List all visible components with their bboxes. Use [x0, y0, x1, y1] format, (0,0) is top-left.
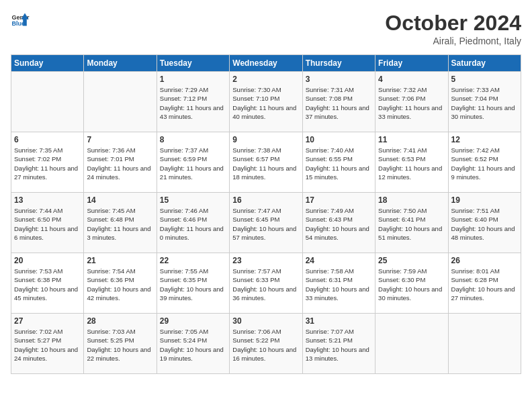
- calendar-cell: [375, 314, 448, 374]
- day-header-wednesday: Wednesday: [230, 55, 302, 72]
- day-number: 2: [232, 75, 299, 84]
- day-info: Sunrise: 7:57 AM Sunset: 6:33 PM Dayligh…: [232, 267, 299, 302]
- day-info: Sunrise: 7:37 AM Sunset: 6:59 PM Dayligh…: [160, 146, 226, 181]
- calendar-cell: 11Sunrise: 7:41 AM Sunset: 6:53 PM Dayli…: [375, 132, 448, 193]
- day-info: Sunrise: 7:35 AM Sunset: 7:02 PM Dayligh…: [14, 146, 81, 181]
- month-title: October 2024: [385, 11, 521, 36]
- calendar-cell: 22Sunrise: 7:55 AM Sunset: 6:35 PM Dayli…: [157, 253, 229, 314]
- logo-icon: General Blue: [11, 11, 30, 30]
- calendar-cell: 20Sunrise: 7:53 AM Sunset: 6:38 PM Dayli…: [11, 253, 84, 314]
- day-info: Sunrise: 7:29 AM Sunset: 7:12 PM Dayligh…: [160, 85, 226, 121]
- day-info: Sunrise: 7:44 AM Sunset: 6:50 PM Dayligh…: [14, 206, 81, 242]
- day-number: 31: [306, 316, 372, 326]
- day-number: 19: [451, 195, 518, 205]
- calendar-cell: 24Sunrise: 7:58 AM Sunset: 6:31 PM Dayli…: [302, 253, 375, 314]
- day-info: Sunrise: 7:05 AM Sunset: 5:24 PM Dayligh…: [160, 327, 226, 363]
- days-header-row: SundayMondayTuesdayWednesdayThursdayFrid…: [11, 55, 521, 72]
- day-info: Sunrise: 7:46 AM Sunset: 6:46 PM Dayligh…: [160, 206, 226, 242]
- day-number: 17: [306, 195, 372, 205]
- calendar-cell: 28Sunrise: 7:03 AM Sunset: 5:25 PM Dayli…: [84, 314, 157, 374]
- svg-text:Blue: Blue: [11, 20, 25, 27]
- day-number: 9: [232, 135, 299, 144]
- week-row-2: 6Sunrise: 7:35 AM Sunset: 7:02 PM Daylig…: [11, 132, 521, 193]
- day-info: Sunrise: 7:40 AM Sunset: 6:55 PM Dayligh…: [306, 146, 372, 181]
- day-number: 6: [14, 135, 81, 144]
- day-info: Sunrise: 8:01 AM Sunset: 6:28 PM Dayligh…: [451, 267, 518, 302]
- calendar-cell: 3Sunrise: 7:31 AM Sunset: 7:08 PM Daylig…: [302, 72, 375, 132]
- calendar-cell: 14Sunrise: 7:45 AM Sunset: 6:48 PM Dayli…: [84, 193, 157, 253]
- day-header-friday: Friday: [375, 55, 448, 72]
- calendar-cell: 4Sunrise: 7:32 AM Sunset: 7:06 PM Daylig…: [375, 72, 448, 132]
- day-number: 27: [14, 316, 81, 326]
- calendar-cell: 2Sunrise: 7:30 AM Sunset: 7:10 PM Daylig…: [230, 72, 302, 132]
- day-header-tuesday: Tuesday: [157, 55, 229, 72]
- calendar-cell: 9Sunrise: 7:38 AM Sunset: 6:57 PM Daylig…: [230, 132, 302, 193]
- day-number: 3: [306, 75, 372, 84]
- day-number: 20: [14, 256, 81, 265]
- day-number: 28: [87, 316, 153, 326]
- day-header-sunday: Sunday: [11, 55, 84, 72]
- day-info: Sunrise: 7:51 AM Sunset: 6:40 PM Dayligh…: [451, 206, 518, 242]
- week-row-5: 27Sunrise: 7:02 AM Sunset: 5:27 PM Dayli…: [11, 314, 521, 374]
- day-number: 26: [451, 256, 518, 265]
- day-number: 23: [232, 256, 299, 265]
- calendar-cell: 1Sunrise: 7:29 AM Sunset: 7:12 PM Daylig…: [157, 72, 229, 132]
- day-info: Sunrise: 7:06 AM Sunset: 5:22 PM Dayligh…: [232, 327, 299, 363]
- day-number: 22: [160, 256, 226, 265]
- day-info: Sunrise: 7:07 AM Sunset: 5:21 PM Dayligh…: [306, 327, 372, 363]
- day-info: Sunrise: 7:03 AM Sunset: 5:25 PM Dayligh…: [87, 327, 153, 363]
- day-info: Sunrise: 7:55 AM Sunset: 6:35 PM Dayligh…: [160, 267, 226, 302]
- day-info: Sunrise: 7:50 AM Sunset: 6:41 PM Dayligh…: [378, 206, 445, 242]
- day-number: 21: [87, 256, 153, 265]
- day-info: Sunrise: 7:49 AM Sunset: 6:43 PM Dayligh…: [306, 206, 372, 242]
- calendar-cell: 23Sunrise: 7:57 AM Sunset: 6:33 PM Dayli…: [230, 253, 302, 314]
- calendar-cell: 7Sunrise: 7:36 AM Sunset: 7:01 PM Daylig…: [84, 132, 157, 193]
- day-number: 4: [378, 75, 445, 84]
- calendar-cell: 16Sunrise: 7:47 AM Sunset: 6:45 PM Dayli…: [230, 193, 302, 253]
- day-info: Sunrise: 7:31 AM Sunset: 7:08 PM Dayligh…: [306, 85, 372, 121]
- day-number: 16: [232, 195, 299, 205]
- day-info: Sunrise: 7:47 AM Sunset: 6:45 PM Dayligh…: [232, 206, 299, 242]
- calendar-cell: 8Sunrise: 7:37 AM Sunset: 6:59 PM Daylig…: [157, 132, 229, 193]
- calendar-cell: 26Sunrise: 8:01 AM Sunset: 6:28 PM Dayli…: [448, 253, 521, 314]
- day-number: 10: [306, 135, 372, 144]
- calendar-cell: 17Sunrise: 7:49 AM Sunset: 6:43 PM Dayli…: [302, 193, 375, 253]
- calendar-cell: 12Sunrise: 7:42 AM Sunset: 6:52 PM Dayli…: [448, 132, 521, 193]
- calendar-cell: 13Sunrise: 7:44 AM Sunset: 6:50 PM Dayli…: [11, 193, 84, 253]
- location-subtitle: Airali, Piedmont, Italy: [385, 36, 521, 46]
- day-info: Sunrise: 7:02 AM Sunset: 5:27 PM Dayligh…: [14, 327, 81, 363]
- day-info: Sunrise: 7:32 AM Sunset: 7:06 PM Dayligh…: [378, 85, 445, 121]
- day-info: Sunrise: 7:59 AM Sunset: 6:30 PM Dayligh…: [378, 267, 445, 302]
- day-header-saturday: Saturday: [448, 55, 521, 72]
- calendar-cell: 30Sunrise: 7:06 AM Sunset: 5:22 PM Dayli…: [230, 314, 302, 374]
- calendar-cell: 21Sunrise: 7:54 AM Sunset: 6:36 PM Dayli…: [84, 253, 157, 314]
- day-number: 8: [160, 135, 226, 144]
- title-block: October 2024 Airali, Piedmont, Italy: [385, 11, 521, 46]
- calendar-cell: [448, 314, 521, 374]
- calendar-cell: 15Sunrise: 7:46 AM Sunset: 6:46 PM Dayli…: [157, 193, 229, 253]
- calendar-cell: 29Sunrise: 7:05 AM Sunset: 5:24 PM Dayli…: [157, 314, 229, 374]
- day-info: Sunrise: 7:36 AM Sunset: 7:01 PM Dayligh…: [87, 146, 153, 181]
- day-number: 11: [378, 135, 445, 144]
- calendar-table: SundayMondayTuesdayWednesdayThursdayFrid…: [11, 54, 521, 374]
- day-number: 15: [160, 195, 226, 205]
- day-number: 13: [14, 195, 81, 205]
- week-row-4: 20Sunrise: 7:53 AM Sunset: 6:38 PM Dayli…: [11, 253, 521, 314]
- calendar-cell: 10Sunrise: 7:40 AM Sunset: 6:55 PM Dayli…: [302, 132, 375, 193]
- day-info: Sunrise: 7:38 AM Sunset: 6:57 PM Dayligh…: [232, 146, 299, 181]
- day-info: Sunrise: 7:53 AM Sunset: 6:38 PM Dayligh…: [14, 267, 81, 302]
- day-number: 1: [160, 75, 226, 84]
- day-number: 25: [378, 256, 445, 265]
- page-header: General Blue October 2024 Airali, Piedmo…: [11, 11, 521, 46]
- day-number: 18: [378, 195, 445, 205]
- day-info: Sunrise: 7:41 AM Sunset: 6:53 PM Dayligh…: [378, 146, 445, 181]
- day-number: 5: [451, 75, 518, 84]
- day-number: 29: [160, 316, 226, 326]
- day-header-thursday: Thursday: [302, 55, 375, 72]
- day-info: Sunrise: 7:33 AM Sunset: 7:04 PM Dayligh…: [451, 85, 518, 121]
- day-info: Sunrise: 7:42 AM Sunset: 6:52 PM Dayligh…: [451, 146, 518, 181]
- calendar-cell: 18Sunrise: 7:50 AM Sunset: 6:41 PM Dayli…: [375, 193, 448, 253]
- week-row-1: 1Sunrise: 7:29 AM Sunset: 7:12 PM Daylig…: [11, 72, 521, 132]
- calendar-cell: 27Sunrise: 7:02 AM Sunset: 5:27 PM Dayli…: [11, 314, 84, 374]
- calendar-cell: 6Sunrise: 7:35 AM Sunset: 7:02 PM Daylig…: [11, 132, 84, 193]
